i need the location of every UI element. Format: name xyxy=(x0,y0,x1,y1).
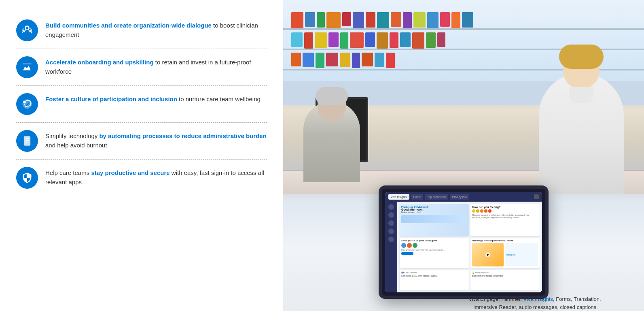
bottom2-label: Protected Files xyxy=(475,271,488,274)
productive-icon xyxy=(16,167,38,189)
bottom1-text: Schedule a 1:1 with Hector Wilks xyxy=(401,275,467,277)
tablet-body: Producing by Microsoft Good afternoon! M… xyxy=(385,202,542,292)
bottom-card-2: 🔒 Protected Files Book time to focus tom… xyxy=(470,270,540,290)
emoji-2 xyxy=(476,209,479,213)
svg-rect-0 xyxy=(24,136,30,145)
feature-automate: Simplify technology by automating proces… xyxy=(16,122,267,159)
communities-text: Build communities and create organizatio… xyxy=(45,19,267,39)
recharge-card: Recharge with a quick mental break ▶ hea… xyxy=(470,238,540,268)
culture-text: Foster a culture of participation and in… xyxy=(45,93,267,104)
automate-bold: by automating processes to reduce admini… xyxy=(99,132,266,139)
nav-dot-1 xyxy=(388,204,394,210)
wellness-card: How are you feeling? Making a moment to … xyxy=(470,204,540,236)
greeting-card: Producing by Microsoft Good afternoon! M… xyxy=(400,204,469,236)
onboarding-text: Accelerate onboarding and upskilling to … xyxy=(45,56,267,76)
greeting-sub: Make today count! xyxy=(401,211,467,213)
culture-regular: to nurture care team wellbeing xyxy=(177,96,261,102)
tab-viva-insights: Viva Insights xyxy=(388,194,409,200)
bottom1-label: Key Comment xyxy=(404,271,417,274)
culture-icon xyxy=(16,93,38,115)
automate-regular: and help avoid burnout xyxy=(45,142,107,149)
communities-bold: Build communities and create organizatio… xyxy=(45,22,212,29)
svg-point-5 xyxy=(25,140,25,141)
praise-title: Send praise to your colleagues xyxy=(401,239,467,242)
automate-icon xyxy=(16,130,38,152)
nav-dot-2 xyxy=(388,212,394,218)
tablet-device: Viva Insights Home Top connected Privacy… xyxy=(379,185,549,299)
right-panel: Viva Insights Home Top connected Privacy… xyxy=(283,0,644,311)
tablet-screen: Viva Insights Home Top connected Privacy… xyxy=(385,192,542,292)
nav-dot-4 xyxy=(388,228,394,234)
nav-dot-5 xyxy=(388,236,394,242)
productive-bold: stay productive and secure xyxy=(91,169,169,176)
culture-bold: Foster a culture of participation and in… xyxy=(45,96,177,102)
emoji-5 xyxy=(488,209,491,213)
bottom-card-1: 📬 Key Comment Schedule a 1:1 with Hector… xyxy=(400,270,469,290)
svg-point-6 xyxy=(25,142,25,143)
caption-text-3: Immersive Reader, audio messages, closed… xyxy=(473,304,596,310)
feature-culture: Foster a culture of participation and in… xyxy=(16,85,267,122)
automate-prefix: Simplify technology xyxy=(45,132,99,139)
feature-communities: Build communities and create organizatio… xyxy=(16,12,267,49)
tab-home: Home xyxy=(411,194,424,200)
productive-prefix: Help care teams xyxy=(45,169,91,176)
caption-text-2: , Forms, Translation, xyxy=(553,296,601,302)
feature-list: Build communities and create organizatio… xyxy=(0,0,283,311)
feature-onboarding: Accelerate onboarding and upskilling to … xyxy=(16,49,267,85)
tablet-header: Viva Insights Home Top connected Privacy… xyxy=(385,192,542,202)
praise-card: Send praise to your colleagues How grate… xyxy=(400,238,469,268)
emoji-1 xyxy=(472,209,475,213)
feature-productive: Help care teams stay productive and secu… xyxy=(16,159,267,196)
communities-icon xyxy=(16,19,38,41)
emoji-row xyxy=(472,209,538,213)
automate-text: Simplify technology by automating proces… xyxy=(45,130,267,150)
svg-point-4 xyxy=(25,138,25,139)
wellness-title: How are you feeling? xyxy=(472,206,538,209)
recharge-title: Recharge with a quick mental break xyxy=(472,239,538,242)
onboarding-icon xyxy=(16,56,38,78)
tab-privacy: Privacy info xyxy=(450,194,469,200)
bottom2-text: Book time to focus tomorrow xyxy=(472,275,538,277)
emoji-4 xyxy=(484,209,487,213)
tablet-sidebar xyxy=(385,202,397,292)
greeting-title: Good afternoon! xyxy=(401,208,467,211)
productive-text: Help care teams stay productive and secu… xyxy=(45,167,267,187)
tablet-main-content: Producing by Microsoft Good afternoon! M… xyxy=(397,202,542,292)
emoji-3 xyxy=(480,209,483,213)
onboarding-bold: Accelerate onboarding and upskilling xyxy=(45,59,154,66)
tab-connected: Top connected xyxy=(425,194,448,200)
nav-dot-3 xyxy=(388,220,394,226)
